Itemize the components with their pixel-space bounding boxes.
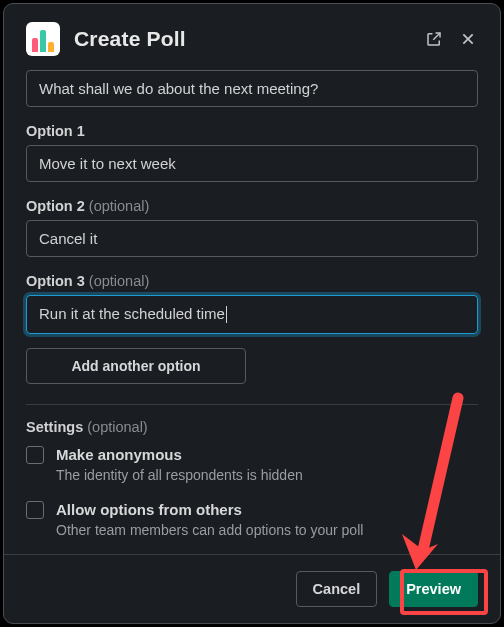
- preview-button[interactable]: Preview: [389, 571, 478, 607]
- option-3-label: Option 3 (optional): [26, 273, 478, 289]
- close-icon[interactable]: [458, 29, 478, 49]
- cancel-button[interactable]: Cancel: [296, 571, 378, 607]
- modal-title: Create Poll: [74, 27, 410, 51]
- option-1-label: Option 1: [26, 123, 478, 139]
- checkbox-icon[interactable]: [26, 501, 44, 519]
- modal-body[interactable]: What shall we do about the next meeting?…: [4, 70, 500, 554]
- setting-desc: Other team members can add options to yo…: [56, 521, 363, 541]
- setting-anonymous[interactable]: Make anonymous The identity of all respo…: [26, 445, 478, 486]
- setting-title: Make anonymous: [56, 445, 303, 465]
- settings-heading: Settings (optional): [26, 419, 478, 435]
- setting-desc: The identity of all respondents is hidde…: [56, 466, 303, 486]
- option-2-input[interactable]: Cancel it: [26, 220, 478, 257]
- add-option-button[interactable]: Add another option: [26, 348, 246, 384]
- option-3-input[interactable]: Run it at the scheduled time: [26, 295, 478, 334]
- modal-header: Create Poll: [4, 4, 500, 70]
- text-caret: [226, 306, 227, 323]
- open-external-icon[interactable]: [424, 29, 444, 49]
- checkbox-icon[interactable]: [26, 446, 44, 464]
- modal-footer: Cancel Preview: [4, 554, 500, 623]
- setting-title: Allow options from others: [56, 500, 363, 520]
- divider: [26, 404, 478, 405]
- setting-allow-options[interactable]: Allow options from others Other team mem…: [26, 500, 478, 541]
- create-poll-modal: Create Poll What shall we do about the n…: [3, 3, 501, 624]
- option-2-label: Option 2 (optional): [26, 198, 478, 214]
- option-1-input[interactable]: Move it to next week: [26, 145, 478, 182]
- poll-app-icon: [26, 22, 60, 56]
- poll-question-input[interactable]: What shall we do about the next meeting?: [26, 70, 478, 107]
